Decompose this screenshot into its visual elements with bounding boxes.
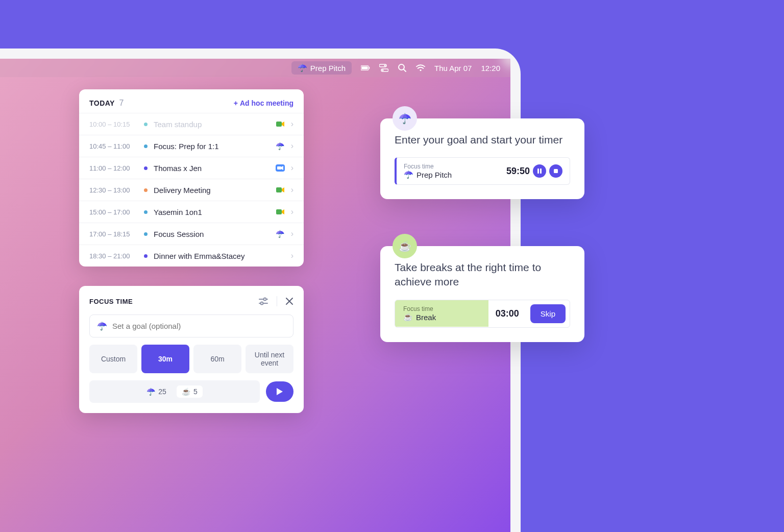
event-title: Thomas x Jen — [154, 164, 270, 173]
event-time: 15:00 – 17:00 — [89, 208, 138, 216]
event-row[interactable]: 18:30 – 21:00 Dinner with Emma&Stacey › — [79, 245, 304, 267]
break-card-heading: Take breaks at the right time to achieve… — [395, 260, 570, 289]
event-row[interactable]: 12:30 – 13:00 Delivery Meeting › — [79, 179, 304, 201]
menubar-task-name: Prep Pitch — [310, 64, 346, 72]
event-title: Focus Session — [154, 230, 270, 238]
goal-input-wrapper[interactable]: ☂️ — [89, 315, 293, 337]
duration-button[interactable]: Until next event — [246, 345, 293, 373]
chevron-right-icon: › — [291, 207, 293, 216]
duration-button[interactable]: 60m — [193, 345, 241, 373]
svg-point-16 — [264, 298, 266, 301]
wifi-icon[interactable] — [416, 63, 425, 72]
svg-rect-14 — [276, 209, 282, 214]
stop-button[interactable] — [549, 164, 562, 178]
plus-icon: + — [234, 99, 238, 107]
event-time: 11:00 – 12:00 — [89, 164, 138, 172]
chevron-right-icon: › — [291, 119, 293, 129]
svg-rect-10 — [276, 122, 282, 127]
event-time: 12:30 – 13:00 — [89, 186, 138, 194]
event-dot — [144, 210, 148, 214]
today-count: 7 — [119, 99, 124, 107]
coffee-icon: ☕ — [403, 312, 413, 322]
event-title: Yasemin 1on1 — [154, 208, 270, 216]
control-center-icon[interactable] — [379, 63, 388, 72]
focus-panel: FOCUS TIME ☂️ Custom30m60mUntil next eve… — [79, 286, 304, 413]
event-dot — [144, 144, 148, 148]
today-panel: TODAY 7 + Ad hoc meeting 10:00 – 10:15 T… — [79, 89, 304, 267]
battery-icon[interactable] — [361, 63, 370, 72]
timer-box: Focus time ☂️ Prep Pitch 59:50 — [395, 157, 570, 185]
timer-label: Focus time — [404, 163, 452, 170]
event-list: 10:00 – 10:15 Team standup › 10:45 – 11:… — [79, 113, 304, 267]
umbrella-count: 25 — [158, 388, 166, 396]
event-row[interactable]: 10:00 – 10:15 Team standup › — [79, 113, 304, 135]
event-dot — [144, 188, 148, 192]
event-dot — [144, 166, 148, 170]
event-time: 17:00 – 18:15 — [89, 230, 138, 238]
event-title: Team standup — [154, 120, 270, 129]
event-time: 10:00 – 10:15 — [89, 120, 138, 128]
chevron-right-icon: › — [291, 229, 293, 238]
play-icon — [276, 388, 283, 396]
event-row[interactable]: 10:45 – 11:00 Focus: Prep for 1:1 ☂️ › — [79, 135, 304, 157]
event-row[interactable]: 17:00 – 18:15 Focus Session ☂️ › — [79, 223, 304, 245]
adhoc-meeting-button[interactable]: + Ad hoc meeting — [234, 99, 293, 107]
break-box: Focus time ☕ Break 03:00 Skip — [395, 300, 570, 328]
svg-rect-1 — [362, 66, 368, 69]
event-service-icon — [276, 185, 285, 195]
event-row[interactable]: 15:00 – 17:00 Yasemin 1on1 › — [79, 201, 304, 223]
break-card: ☕ Take breaks at the right time to achie… — [380, 246, 584, 342]
coffee-stat: ☕ 5 — [177, 385, 203, 398]
break-label: Focus time — [403, 305, 480, 312]
close-icon[interactable] — [285, 297, 293, 305]
timer-card: ☂️ Enter your goal and start your timer … — [380, 118, 584, 199]
umbrella-stat: ☂️ 25 — [146, 388, 166, 396]
event-service-icon: ☂️ — [276, 141, 285, 151]
coffee-icon: ☕ — [182, 388, 190, 396]
timer-time: 59:50 — [506, 166, 530, 177]
svg-rect-23 — [554, 169, 558, 173]
play-button[interactable] — [266, 381, 293, 402]
focus-title: FOCUS TIME — [89, 298, 133, 305]
svg-rect-21 — [537, 168, 539, 174]
svg-point-6 — [382, 69, 384, 71]
event-service-icon — [276, 251, 285, 260]
settings-icon[interactable] — [258, 297, 268, 305]
event-title: Focus: Prep for 1:1 — [154, 142, 270, 151]
timer-card-heading: Enter your goal and start your timer — [395, 133, 570, 147]
divider — [277, 296, 277, 306]
today-title: TODAY — [89, 99, 115, 107]
event-dot — [144, 254, 148, 258]
svg-point-9 — [420, 69, 421, 70]
break-task-name: Break — [416, 313, 436, 322]
svg-point-4 — [384, 65, 386, 66]
event-title: Dinner with Emma&Stacey — [154, 252, 270, 260]
menubar-date[interactable]: Thu Apr 07 — [434, 64, 472, 72]
goal-input[interactable] — [112, 322, 286, 330]
search-icon[interactable] — [398, 63, 407, 72]
duration-button[interactable]: 30m — [141, 345, 189, 373]
svg-rect-12 — [277, 166, 281, 170]
break-card-badge: ☕ — [393, 234, 417, 258]
pause-button[interactable] — [533, 164, 546, 178]
skip-button[interactable]: Skip — [530, 304, 566, 323]
umbrella-icon: ☂️ — [404, 170, 413, 179]
timer-card-badge: ☂️ — [393, 106, 417, 131]
event-title: Delivery Meeting — [154, 186, 270, 195]
chevron-right-icon: › — [291, 163, 293, 173]
event-service-icon — [276, 119, 285, 129]
event-dot — [144, 232, 148, 236]
duration-button[interactable]: Custom — [89, 345, 137, 373]
event-service-icon — [276, 163, 285, 173]
svg-line-8 — [404, 69, 406, 71]
umbrella-icon: ☂️ — [97, 321, 107, 331]
event-row[interactable]: 11:00 – 12:00 Thomas x Jen › — [79, 157, 304, 179]
menubar-app-badge[interactable]: ☂️ Prep Pitch — [291, 61, 352, 75]
event-service-icon — [276, 207, 285, 216]
event-service-icon: ☂️ — [276, 229, 285, 238]
umbrella-icon: ☂️ — [399, 112, 411, 125]
svg-rect-13 — [276, 187, 282, 192]
menubar-time[interactable]: 12:20 — [481, 64, 500, 72]
stats-bar: ☂️ 25 ☕ 5 — [89, 380, 260, 403]
coffee-count: 5 — [193, 388, 198, 396]
